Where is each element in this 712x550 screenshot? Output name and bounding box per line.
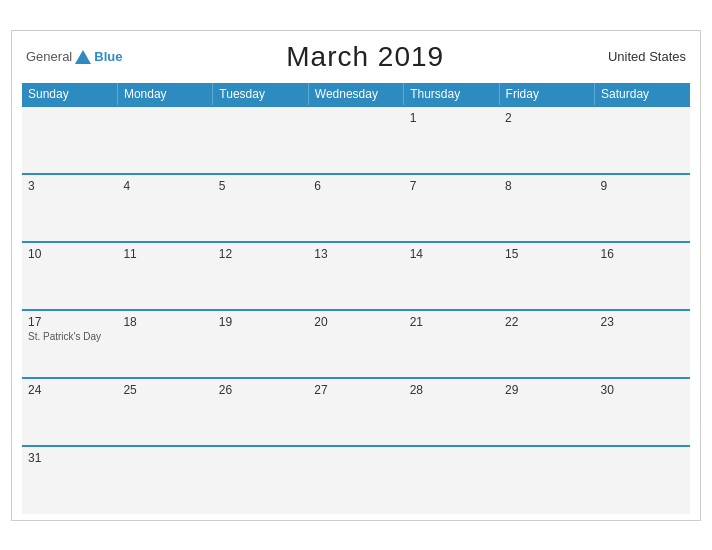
day-number: 30	[601, 383, 684, 397]
logo: General Blue	[26, 49, 122, 64]
calendar-body: 1234567891011121314151617St. Patrick's D…	[22, 106, 690, 514]
calendar-day-cell	[499, 446, 594, 514]
calendar-day-cell: 19	[213, 310, 308, 378]
day-number: 24	[28, 383, 111, 397]
day-number: 13	[314, 247, 397, 261]
day-number: 29	[505, 383, 588, 397]
calendar-header: General Blue March 2019 United States	[22, 41, 690, 73]
calendar-day-cell: 30	[595, 378, 690, 446]
calendar-day-cell: 11	[117, 242, 212, 310]
weekday-header: Wednesday	[308, 83, 403, 106]
day-number: 1	[410, 111, 493, 125]
calendar: General Blue March 2019 United States Su…	[11, 30, 701, 521]
weekday-header: Thursday	[404, 83, 499, 106]
day-number: 9	[601, 179, 684, 193]
calendar-week-row: 10111213141516	[22, 242, 690, 310]
calendar-day-cell: 29	[499, 378, 594, 446]
calendar-day-cell: 8	[499, 174, 594, 242]
calendar-table: SundayMondayTuesdayWednesdayThursdayFrid…	[22, 83, 690, 514]
weekday-header: Tuesday	[213, 83, 308, 106]
calendar-day-cell: 14	[404, 242, 499, 310]
calendar-day-cell: 28	[404, 378, 499, 446]
calendar-day-cell: 31	[22, 446, 117, 514]
calendar-week-row: 17St. Patrick's Day181920212223	[22, 310, 690, 378]
day-number: 15	[505, 247, 588, 261]
calendar-day-cell	[213, 446, 308, 514]
calendar-day-cell: 2	[499, 106, 594, 174]
day-number: 18	[123, 315, 206, 329]
calendar-week-row: 31	[22, 446, 690, 514]
weekday-header: Saturday	[595, 83, 690, 106]
calendar-day-cell: 17St. Patrick's Day	[22, 310, 117, 378]
calendar-day-cell: 15	[499, 242, 594, 310]
calendar-day-cell	[595, 106, 690, 174]
weekday-row: SundayMondayTuesdayWednesdayThursdayFrid…	[22, 83, 690, 106]
day-number: 14	[410, 247, 493, 261]
calendar-day-cell: 21	[404, 310, 499, 378]
calendar-day-cell	[117, 446, 212, 514]
calendar-day-cell: 6	[308, 174, 403, 242]
calendar-week-row: 3456789	[22, 174, 690, 242]
day-number: 12	[219, 247, 302, 261]
calendar-day-cell: 12	[213, 242, 308, 310]
calendar-day-cell: 5	[213, 174, 308, 242]
month-title: March 2019	[286, 41, 444, 73]
day-number: 21	[410, 315, 493, 329]
weekday-header: Friday	[499, 83, 594, 106]
calendar-day-cell: 27	[308, 378, 403, 446]
calendar-day-cell: 18	[117, 310, 212, 378]
weekday-header: Sunday	[22, 83, 117, 106]
calendar-day-cell	[595, 446, 690, 514]
country-label: United States	[608, 49, 686, 64]
calendar-day-cell: 7	[404, 174, 499, 242]
day-number: 27	[314, 383, 397, 397]
day-number: 4	[123, 179, 206, 193]
calendar-day-cell: 13	[308, 242, 403, 310]
day-number: 6	[314, 179, 397, 193]
day-number: 3	[28, 179, 111, 193]
day-event: St. Patrick's Day	[28, 331, 111, 342]
logo-blue-text: Blue	[94, 49, 122, 64]
calendar-week-row: 12	[22, 106, 690, 174]
day-number: 26	[219, 383, 302, 397]
calendar-week-row: 24252627282930	[22, 378, 690, 446]
day-number: 25	[123, 383, 206, 397]
calendar-day-cell: 9	[595, 174, 690, 242]
calendar-day-cell: 26	[213, 378, 308, 446]
calendar-day-cell: 4	[117, 174, 212, 242]
calendar-day-cell: 22	[499, 310, 594, 378]
day-number: 17	[28, 315, 111, 329]
day-number: 23	[601, 315, 684, 329]
calendar-day-cell: 16	[595, 242, 690, 310]
calendar-day-cell	[213, 106, 308, 174]
day-number: 16	[601, 247, 684, 261]
weekday-header: Monday	[117, 83, 212, 106]
calendar-day-cell: 23	[595, 310, 690, 378]
day-number: 7	[410, 179, 493, 193]
day-number: 11	[123, 247, 206, 261]
calendar-header-row: SundayMondayTuesdayWednesdayThursdayFrid…	[22, 83, 690, 106]
calendar-day-cell: 10	[22, 242, 117, 310]
calendar-day-cell	[22, 106, 117, 174]
calendar-day-cell: 20	[308, 310, 403, 378]
day-number: 22	[505, 315, 588, 329]
day-number: 2	[505, 111, 588, 125]
calendar-day-cell: 24	[22, 378, 117, 446]
calendar-day-cell	[404, 446, 499, 514]
calendar-day-cell	[308, 106, 403, 174]
day-number: 5	[219, 179, 302, 193]
day-number: 8	[505, 179, 588, 193]
calendar-day-cell	[308, 446, 403, 514]
day-number: 31	[28, 451, 111, 465]
day-number: 28	[410, 383, 493, 397]
logo-triangle-icon	[75, 50, 91, 64]
calendar-day-cell: 3	[22, 174, 117, 242]
day-number: 10	[28, 247, 111, 261]
calendar-day-cell: 1	[404, 106, 499, 174]
logo-general-text: General	[26, 49, 72, 64]
day-number: 20	[314, 315, 397, 329]
calendar-day-cell: 25	[117, 378, 212, 446]
day-number: 19	[219, 315, 302, 329]
calendar-day-cell	[117, 106, 212, 174]
